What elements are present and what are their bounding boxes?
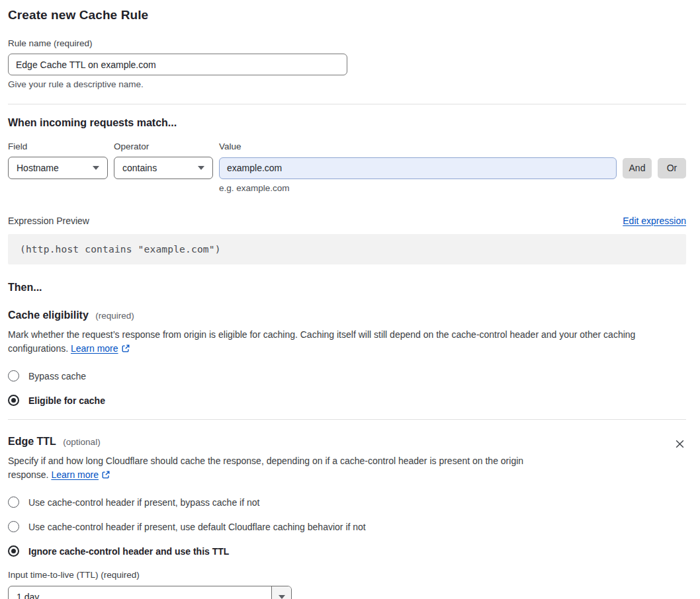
operator-select-value: contains — [122, 163, 157, 173]
rule-name-block: Rule name (required) Give your rule a de… — [8, 38, 686, 89]
match-section-heading: When incoming requests match... — [8, 117, 686, 129]
rule-name-helper: Give your rule a descriptive name. — [8, 79, 686, 89]
operator-label: Operator — [114, 141, 213, 151]
edge-ttl-section: Edge TTL (optional) Specify if and how l… — [8, 436, 686, 599]
edit-expression-link[interactable]: Edit expression — [623, 216, 686, 226]
field-label: Field — [8, 141, 108, 151]
edge-ttl-description: Specify if and how long Cloudflare shoul… — [8, 454, 562, 483]
chevron-down-icon — [279, 595, 285, 599]
ttl-input-block: Input time-to-live (TTL) (required) 1 da… — [8, 570, 686, 599]
radio-icon[interactable] — [8, 545, 19, 557]
divider — [8, 104, 686, 104]
expression-preview-row: Expression Preview Edit expression — [8, 216, 686, 226]
external-link-icon — [121, 343, 130, 357]
cache-eligibility-options: Bypass cache Eligible for cache — [8, 370, 686, 406]
operator-select[interactable]: contains — [114, 157, 213, 179]
external-link-icon — [101, 469, 110, 483]
expression-code-block: (http.host contains "example.com") — [8, 234, 686, 264]
cache-eligibility-description: Mark whether the request’s response from… — [8, 328, 678, 357]
divider — [8, 419, 686, 420]
value-label: Value — [219, 141, 617, 151]
edge-ttl-heading-row: Edge TTL (optional) — [8, 436, 686, 448]
or-button[interactable]: Or — [658, 158, 686, 179]
ttl-select-value: 1 day — [9, 586, 271, 599]
learn-more-link[interactable]: Learn more — [51, 469, 99, 480]
radio-option-ignore-header-use-ttl[interactable]: Ignore cache-control header and use this… — [8, 545, 686, 557]
learn-more-link[interactable]: Learn more — [71, 343, 118, 354]
then-heading: Then... — [8, 282, 686, 294]
chevron-down-icon — [93, 166, 99, 170]
rule-name-input[interactable] — [8, 54, 347, 75]
value-helper: e.g. example.com — [219, 183, 617, 193]
expression-builder: Field Operator Value Hostname contains A… — [8, 141, 686, 193]
field-select-value: Hostname — [17, 163, 59, 173]
radio-icon[interactable] — [8, 395, 19, 406]
cache-eligibility-section: Cache eligibility (required) Mark whethe… — [8, 309, 686, 406]
and-button[interactable]: And — [623, 158, 652, 179]
ttl-label: Input time-to-live (TTL) (required) — [8, 570, 686, 580]
radio-label: Use cache-control header if present, byp… — [28, 497, 259, 508]
edge-ttl-heading: Edge TTL — [8, 436, 56, 447]
edge-ttl-options: Use cache-control header if present, byp… — [8, 497, 686, 557]
radio-label: Eligible for cache — [28, 395, 105, 406]
value-input[interactable] — [219, 157, 617, 179]
radio-label: Use cache-control header if present, use… — [28, 522, 366, 532]
close-icon[interactable] — [673, 437, 686, 450]
ttl-select[interactable]: 1 day — [8, 586, 292, 599]
rule-name-label: Rule name (required) — [8, 38, 686, 48]
radio-icon[interactable] — [8, 521, 19, 532]
edge-ttl-qualifier: (optional) — [63, 437, 100, 447]
radio-option-use-header-default[interactable]: Use cache-control header if present, use… — [8, 521, 686, 532]
ttl-select-arrow-button[interactable] — [271, 586, 291, 599]
expression-preview-label: Expression Preview — [8, 216, 89, 226]
create-cache-rule-form: Create new Cache Rule Rule name (require… — [0, 0, 700, 599]
radio-option-eligible-for-cache[interactable]: Eligible for cache — [8, 395, 686, 406]
cache-eligibility-heading-row: Cache eligibility (required) — [8, 309, 686, 321]
page-title: Create new Cache Rule — [8, 8, 686, 22]
radio-label: Bypass cache — [28, 371, 86, 381]
cache-eligibility-heading: Cache eligibility — [8, 309, 89, 321]
radio-option-bypass-cache[interactable]: Bypass cache — [8, 370, 686, 381]
radio-label: Ignore cache-control header and use this… — [28, 546, 229, 557]
radio-icon[interactable] — [8, 370, 19, 381]
field-select[interactable]: Hostname — [8, 157, 108, 179]
cache-eligibility-qualifier: (required) — [95, 311, 134, 321]
radio-icon[interactable] — [8, 497, 19, 508]
radio-option-use-header-bypass[interactable]: Use cache-control header if present, byp… — [8, 497, 686, 508]
chevron-down-icon — [198, 166, 204, 170]
